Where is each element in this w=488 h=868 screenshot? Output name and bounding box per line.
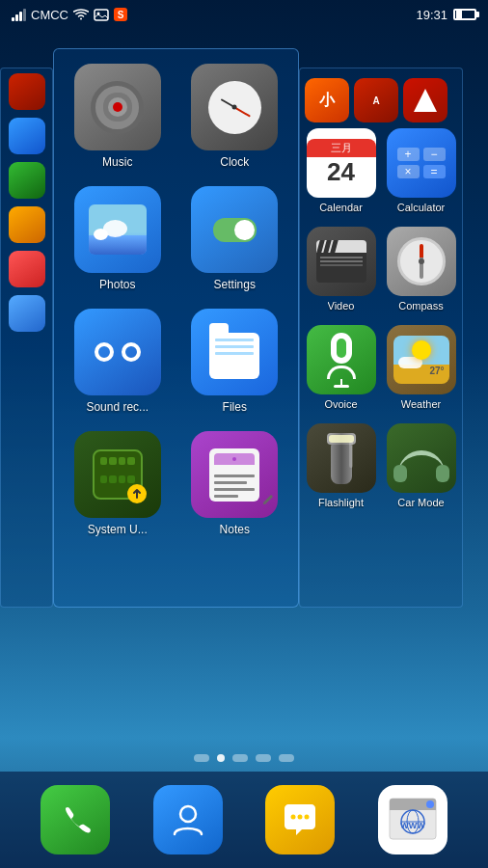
phone-icon (58, 802, 93, 837)
page-dot-2[interactable] (232, 754, 248, 762)
svg-text:S: S (118, 10, 124, 20)
signal-bar-1 (12, 17, 14, 21)
cal-header: 三月 (307, 139, 376, 157)
app-notes[interactable]: Notes (181, 431, 289, 536)
dock-contacts[interactable] (153, 785, 223, 854)
time-display: 19:31 (416, 8, 447, 22)
app-video[interactable]: Video (305, 227, 377, 312)
app-ovoice-label: Ovoice (324, 398, 357, 410)
app-soundrec-label: Sound rec... (86, 400, 149, 414)
app-flashlight[interactable]: Flashlight (305, 423, 377, 508)
app-settings-label: Settings (214, 278, 256, 291)
app-weather[interactable]: 27° Weather (385, 325, 457, 410)
svg-point-7 (298, 815, 303, 820)
center-panel: Music Clock (53, 48, 299, 608)
app-calendar[interactable]: 三月 24 Calendar (305, 128, 377, 213)
messages-icon (281, 800, 319, 839)
app-photos-label: Photos (99, 278, 135, 291)
signal-bar-3 (19, 12, 22, 21)
page-dot-3[interactable] (256, 754, 271, 762)
app-ovoice[interactable]: Ovoice (305, 325, 377, 410)
left-app-5[interactable] (9, 251, 45, 287)
app-systemu[interactable]: System U... (64, 431, 172, 536)
dock-messages[interactable] (265, 785, 335, 854)
app-carmode-label: Car Mode (397, 497, 444, 508)
contacts-icon (170, 801, 206, 838)
app-photos[interactable]: Photos (64, 186, 172, 291)
status-left: CMCC S (12, 8, 127, 22)
wifi-icon (73, 9, 89, 21)
app-compass[interactable]: Compass (385, 227, 457, 312)
app-weather-label: Weather (401, 398, 441, 410)
page-dot-4[interactable] (279, 754, 294, 762)
app-files[interactable]: Files (181, 309, 289, 414)
photo-icon (94, 9, 109, 21)
cal-day: 24 (327, 157, 355, 187)
signal-bars (12, 8, 26, 21)
app-carmode[interactable]: Car Mode (385, 423, 457, 508)
carrier-name: CMCC (31, 8, 68, 22)
app-notes-label: Notes (220, 523, 250, 536)
status-bar: CMCC S 19:31 (0, 0, 488, 29)
app-music[interactable]: Music (64, 64, 172, 169)
app-systemu-label: System U... (88, 523, 148, 536)
partial-app-red[interactable] (403, 78, 447, 122)
left-app-2[interactable] (9, 118, 45, 154)
app-files-label: Files (223, 400, 247, 414)
dock-phone[interactable] (41, 785, 110, 854)
left-app-4[interactable] (9, 206, 45, 243)
home-screen: Music Clock (0, 29, 488, 868)
dock: WWW (0, 772, 488, 868)
status-right: 19:31 (416, 8, 476, 22)
app-calendar-label: Calendar (319, 202, 363, 213)
app-music-label: Music (102, 155, 132, 169)
right-app-grid: 三月 24 Calendar + − × = Calculator (305, 128, 457, 508)
app-clock-label: Clock (220, 155, 249, 169)
svg-marker-4 (414, 89, 437, 112)
left-app-6[interactable] (9, 295, 45, 332)
left-app-1[interactable] (9, 73, 45, 110)
app-calculator[interactable]: + − × = Calculator (385, 128, 457, 213)
svg-point-5 (180, 806, 196, 822)
svg-rect-0 (95, 10, 108, 20)
page-dot-0[interactable] (194, 754, 209, 762)
app-compass-label: Compass (398, 300, 443, 312)
browser-icon: WWW (388, 795, 438, 845)
dock-browser[interactable]: WWW (378, 785, 447, 854)
app-settings[interactable]: Settings (181, 186, 289, 291)
s-icon: S (114, 8, 127, 21)
center-app-grid: Music Clock (64, 64, 288, 536)
svg-point-6 (291, 815, 296, 820)
signal-bar-4 (23, 9, 26, 21)
battery-icon (453, 9, 476, 20)
signal-bar-2 (15, 14, 18, 21)
partial-app-mi[interactable]: 小 (305, 78, 349, 122)
app-calculator-label: Calculator (397, 202, 446, 213)
app-soundrec[interactable]: Sound rec... (64, 309, 172, 414)
page-dot-1[interactable] (217, 754, 225, 762)
left-app-3[interactable] (9, 162, 45, 199)
right-panel: 小 A 三月 24 Calendar + (299, 68, 463, 608)
svg-point-8 (305, 815, 310, 820)
app-clock[interactable]: Clock (181, 64, 289, 169)
svg-point-12 (426, 800, 434, 808)
app-video-label: Video (328, 300, 355, 312)
app-flashlight-label: Flashlight (318, 497, 364, 508)
left-panel (0, 68, 53, 608)
page-dots (0, 754, 488, 762)
partial-app-autona[interactable]: A (354, 78, 398, 122)
